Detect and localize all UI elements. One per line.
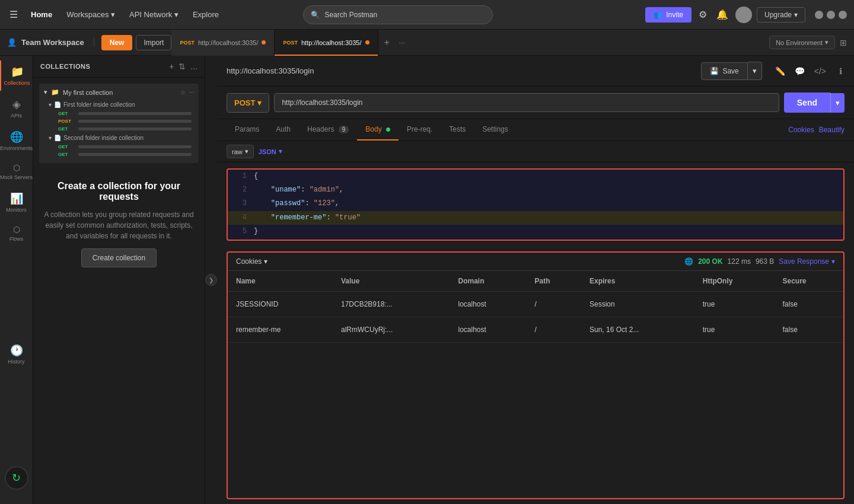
content-area: http://localhost:3035/login 💾 Save ▾ ✏️ … (217, 56, 854, 504)
comment-icon[interactable]: 💬 (792, 64, 807, 78)
folder-1[interactable]: ▾ 📄 First folder inside collection (44, 100, 194, 110)
format-dropdown-icon: ▾ (245, 148, 248, 155)
code-editor[interactable]: 1 { 2 "uname": "admin", 3 "passwd": "123… (227, 168, 845, 241)
sidebar-item-monitors[interactable]: 📊 Monitors (0, 187, 33, 218)
environment-selector[interactable]: No Environment ▾ (769, 36, 835, 49)
response-size: 963 B (756, 257, 774, 266)
response-cookies-dropdown[interactable]: Cookies ▾ (236, 257, 267, 266)
edit-icon[interactable]: ✏️ (773, 64, 788, 78)
sidebar-item-history[interactable]: 🕐 History (0, 339, 33, 369)
request-item-2[interactable]: POST (44, 117, 194, 125)
code-line-5: 5 } (228, 225, 843, 240)
cell-secure-2: false (774, 317, 843, 342)
new-button[interactable]: New (101, 35, 133, 50)
tab-params[interactable]: Params (227, 119, 267, 141)
folder-2[interactable]: ▾ 📄 Second folder inside collection (44, 133, 194, 143)
method-get-3: GET (58, 144, 75, 149)
workspace-label: 👤 Team Workspace (7, 38, 94, 47)
tab-headers[interactable]: Headers 9 (299, 119, 357, 141)
request-item-1[interactable]: GET (44, 110, 194, 117)
sidebar-history-label: History (8, 359, 24, 365)
sidebar-item-collections[interactable]: 📁 Collections (0, 60, 33, 91)
tab-auth[interactable]: Auth (267, 119, 299, 141)
upgrade-button[interactable]: Upgrade ▾ (757, 7, 805, 23)
nav-home[interactable]: Home (25, 7, 58, 23)
sidebar-main: Collections + ⇅ ... ▾ 📁 My first collect… (33, 56, 854, 504)
tab-pre-req[interactable]: Pre-req. (399, 119, 441, 141)
sidebar-item-mock-servers[interactable]: ⬡ Mock Servers (0, 158, 33, 185)
save-dropdown-button[interactable]: ▾ (748, 62, 762, 80)
sidebar-item-flows[interactable]: ⬡ Flows (0, 220, 33, 247)
response-stats: 🌐 200 OK 122 ms 963 B Save Response ▾ (684, 257, 835, 266)
maximize-button[interactable] (827, 11, 835, 19)
info-icon[interactable]: ℹ (837, 64, 845, 78)
cell-httponly-1: true (694, 291, 775, 317)
cookies-link[interactable]: Cookies (788, 126, 814, 134)
search-input[interactable] (324, 11, 485, 19)
tab-tests[interactable]: Tests (441, 119, 474, 141)
beautify-link[interactable]: Beautify (819, 120, 845, 140)
method-select[interactable]: POST ▾ (227, 93, 269, 113)
add-collection-icon[interactable]: + (169, 62, 174, 71)
save-response-button[interactable]: Save Response ▾ (779, 257, 835, 266)
request-item-4[interactable]: GET (44, 143, 194, 151)
send-dropdown-button[interactable]: ▾ (830, 93, 845, 113)
notification-icon[interactable]: 🔔 (714, 7, 731, 23)
sort-collections-icon[interactable]: ⇅ (179, 62, 186, 71)
tabs-more-button[interactable]: ··· (396, 39, 409, 47)
close-button[interactable] (839, 11, 847, 19)
code-line-4: 4 "remember-me": "true" (228, 211, 843, 225)
send-button[interactable]: Send (784, 92, 830, 113)
request-tab-1[interactable]: POST http://localhost:3035/ (171, 30, 275, 56)
code-icon[interactable]: </> (812, 64, 828, 78)
minimize-button[interactable] (815, 11, 823, 19)
req-bar-5 (78, 153, 192, 156)
request-tab-2[interactable]: POST http://localhost:3035/ (275, 30, 378, 56)
url-input[interactable] (274, 93, 779, 112)
col-secure: Secure (774, 271, 843, 292)
collapse-panel-button[interactable]: ❯ (205, 274, 217, 286)
json-select[interactable]: JSON ▾ (259, 148, 282, 155)
nav-explore[interactable]: Explore (187, 7, 225, 23)
avatar[interactable] (735, 7, 752, 23)
save-button[interactable]: 💾 Save (701, 62, 747, 80)
nav-workspaces[interactable]: Workspaces ▾ (60, 7, 121, 23)
sidebar-item-apis[interactable]: ◈ APIs (0, 93, 33, 123)
menu-icon[interactable]: ☰ (7, 7, 20, 23)
request-item-5[interactable]: GET (44, 151, 194, 158)
collection-name[interactable]: ▾ 📁 My first collection ☆ ··· (44, 88, 194, 96)
search-bar[interactable]: 🔍 (303, 5, 493, 24)
runner-button[interactable]: ↻ (5, 466, 28, 490)
response-header: Cookies ▾ 🌐 200 OK 122 ms 963 B Save Res… (228, 253, 843, 271)
invite-button[interactable]: 👥 Invite (645, 7, 692, 23)
collections-panel: Collections + ⇅ ... ▾ 📁 My first collect… (33, 56, 205, 504)
col-expires: Expires (581, 271, 694, 292)
create-collection-button[interactable]: Create collection (81, 248, 157, 267)
request-item-3[interactable]: GET (44, 125, 194, 133)
collection-star[interactable]: ☆ (180, 89, 186, 95)
action-icons: ✏️ 💬 </> (773, 64, 828, 78)
collection-more[interactable]: ··· (189, 89, 194, 95)
nav-api-network[interactable]: API Network ▾ (123, 7, 184, 23)
sidebar-item-environments[interactable]: 🌐 Environments (0, 126, 33, 156)
secondbar: 👤 Team Workspace New Import POST http://… (0, 30, 854, 56)
cell-path-1: / (527, 291, 581, 317)
tab-body[interactable]: Body (357, 119, 399, 141)
create-collection-desc: A collection lets you group related requ… (43, 209, 195, 241)
body-format-select[interactable]: raw ▾ (227, 145, 254, 158)
flows-icon: ⬡ (13, 225, 20, 234)
more-collections-icon[interactable]: ... (190, 62, 197, 71)
cell-value-1: 17DCB2B918:... (333, 291, 450, 317)
tab-dot-1 (262, 40, 266, 44)
topbar-right: 👥 Invite ⚙ 🔔 Upgrade ▾ (645, 7, 847, 23)
layout-icon[interactable]: ⊞ (840, 38, 847, 47)
settings-icon[interactable]: ⚙ (696, 7, 709, 23)
method-label: POST (234, 98, 255, 107)
import-button[interactable]: Import (136, 35, 171, 50)
tab-settings[interactable]: Settings (474, 119, 516, 141)
new-tab-button[interactable]: + (378, 37, 396, 48)
folder-chevron-1: ▾ (49, 101, 52, 108)
body-toolbar: raw ▾ JSON ▾ (217, 141, 854, 162)
col-name: Name (228, 271, 333, 292)
collection-preview: ▾ 📁 My first collection ☆ ··· ▾ 📄 First … (39, 84, 199, 163)
